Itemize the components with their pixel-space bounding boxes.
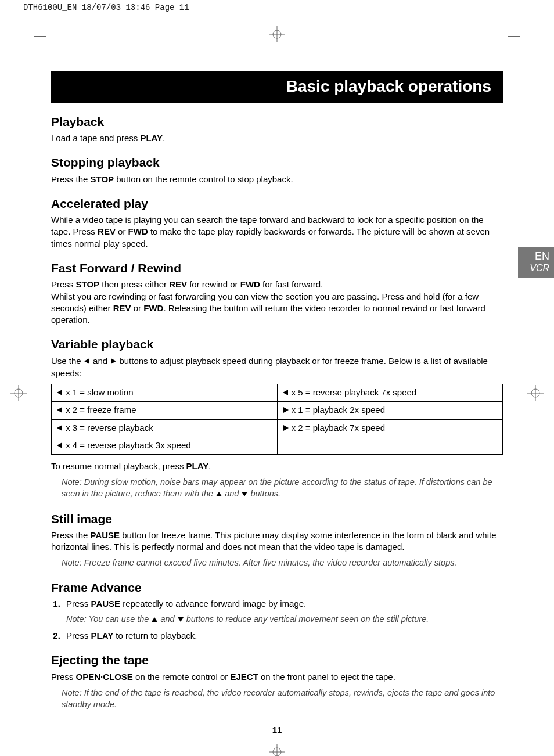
down-arrow-icon <box>177 614 184 626</box>
section-heading-variable: Variable playback <box>51 336 503 352</box>
svg-marker-23 <box>152 617 157 622</box>
section-heading-frame: Frame Advance <box>51 579 503 596</box>
page-title: Basic playback operations <box>51 71 503 103</box>
up-arrow-icon <box>151 614 158 626</box>
right-arrow-icon <box>110 356 117 368</box>
table-cell: x 4 = reverse playback 3x speed <box>52 437 278 454</box>
section-heading-playback: Playback <box>51 114 503 130</box>
table-cell: x 1 = slow motion <box>52 384 278 402</box>
up-arrow-icon <box>215 489 222 501</box>
left-arrow-icon <box>56 405 63 416</box>
paragraph: Press OPEN·CLOSE on the remote control o… <box>51 671 503 683</box>
right-arrow-icon <box>282 423 289 434</box>
table-cell: x 3 = reverse playback <box>52 419 278 437</box>
list-item: Press PAUSE repeatedly to advance forwar… <box>63 598 503 625</box>
note-text: Note: If the end of the tape is reached,… <box>62 687 503 710</box>
down-arrow-icon <box>241 489 248 501</box>
registration-mark-icon <box>269 26 285 42</box>
svg-marker-21 <box>216 492 222 496</box>
language-label: EN <box>535 250 549 262</box>
table-row: x 2 = freeze frame x 1 = playback 2x spe… <box>52 402 503 419</box>
list-item: Press PLAY to return to playback. <box>63 630 503 642</box>
svg-marker-17 <box>283 407 289 413</box>
table-row: x 3 = reverse playback x 2 = playback 7x… <box>52 419 503 437</box>
section-heading-still: Still image <box>51 511 503 527</box>
page: EN VCR Basic playback operations Playbac… <box>0 16 554 756</box>
note-text: Note: During slow motion, noise bars may… <box>62 477 503 500</box>
svg-marker-14 <box>57 390 62 395</box>
print-header: DTH6100U_EN 18/07/03 13:46 Page 11 <box>0 0 554 16</box>
paragraph: Use the and buttons to adjust playback s… <box>51 355 503 380</box>
svg-marker-20 <box>57 442 62 448</box>
paragraph: Load a tape and press PLAY. <box>51 132 503 144</box>
svg-marker-19 <box>283 425 289 431</box>
registration-mark-icon <box>527 385 544 401</box>
svg-marker-16 <box>57 407 62 413</box>
paragraph: Press STOP then press either REV for rew… <box>51 279 503 326</box>
table-cell: x 1 = playback 2x speed <box>277 402 503 419</box>
section-heading-accelerated: Accelerated play <box>51 196 503 212</box>
left-arrow-icon <box>84 356 91 368</box>
table-cell: x 5 = reverse playback 7x speed <box>277 384 503 402</box>
svg-marker-13 <box>111 358 116 364</box>
registration-mark-icon <box>10 385 27 401</box>
table-row: x 4 = reverse playback 3x speed <box>52 437 503 454</box>
crop-mark-icon <box>508 36 520 48</box>
language-tab: EN VCR <box>518 247 554 278</box>
table-cell: x 2 = playback 7x speed <box>277 419 503 437</box>
note-text: Note: Freeze frame cannot exceed five mi… <box>62 557 503 569</box>
right-arrow-icon <box>282 405 289 416</box>
svg-marker-18 <box>57 425 62 431</box>
note-text: Note: You can use the and buttons to red… <box>66 614 503 626</box>
section-heading-eject: Ejecting the tape <box>51 652 503 668</box>
paragraph: Press the PAUSE button for freeze frame.… <box>51 530 503 553</box>
page-number: 11 <box>51 724 503 736</box>
svg-marker-12 <box>84 358 89 364</box>
table-row: x 1 = slow motion x 5 = reverse playback… <box>52 384 503 402</box>
section-heading-ffrw: Fast Forward / Rewind <box>51 260 503 276</box>
paragraph: While a video tape is playing you can se… <box>51 214 503 250</box>
steps-list: Press PAUSE repeatedly to advance forwar… <box>51 598 503 642</box>
paragraph: To resume normal playback, press PLAY. <box>51 460 503 472</box>
left-arrow-icon <box>56 423 63 434</box>
svg-marker-24 <box>178 617 184 622</box>
content-area: Basic playback operations Playback Load … <box>51 71 503 736</box>
left-arrow-icon <box>56 387 63 399</box>
section-heading-stopping: Stopping playback <box>51 154 503 171</box>
left-arrow-icon <box>282 387 289 399</box>
mode-label: VCR <box>523 262 549 275</box>
svg-marker-15 <box>283 390 288 395</box>
svg-marker-22 <box>242 492 247 496</box>
crop-mark-icon <box>34 36 46 48</box>
left-arrow-icon <box>56 440 63 452</box>
speeds-table: x 1 = slow motion x 5 = reverse playback… <box>51 384 503 455</box>
registration-mark-icon <box>269 744 285 756</box>
paragraph: Press the STOP button on the remote cont… <box>51 174 503 185</box>
table-cell <box>277 437 503 454</box>
table-cell: x 2 = freeze frame <box>52 402 278 419</box>
